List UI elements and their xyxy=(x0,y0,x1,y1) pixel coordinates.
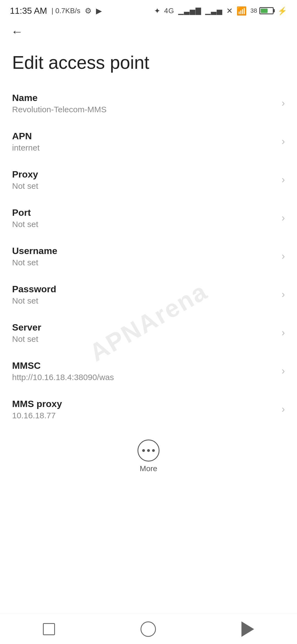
battery-fill xyxy=(261,9,268,13)
chevron-mms-proxy-icon: › xyxy=(282,403,285,415)
settings-value-apn: internet xyxy=(12,143,276,152)
chevron-port-icon: › xyxy=(282,212,285,224)
settings-item-proxy[interactable]: Proxy Not set › xyxy=(12,161,285,199)
status-time: 11:35 AM xyxy=(10,6,47,16)
dot-1 xyxy=(142,449,145,452)
chevron-username-icon: › xyxy=(282,250,285,262)
settings-item-apn-content: APN internet xyxy=(12,131,276,152)
settings-label-mmsc: MMSC xyxy=(12,360,276,371)
settings-value-mms-proxy: 10.16.18.77 xyxy=(12,411,276,420)
settings-item-name-content: Name Revolution-Telecom-MMS xyxy=(12,92,276,114)
page-title: Edit access point xyxy=(0,44,297,84)
settings-item-port-content: Port Not set xyxy=(12,207,276,229)
video-icon: ▶ xyxy=(96,6,102,15)
settings-item-password-content: Password Not set xyxy=(12,284,276,305)
settings-value-mmsc: http://10.16.18.4:38090/was xyxy=(12,373,276,382)
settings-item-mmsc[interactable]: MMSC http://10.16.18.4:38090/was › xyxy=(12,352,285,390)
charging-icon: ⚡ xyxy=(277,6,287,15)
settings-item-mms-proxy-content: MMS proxy 10.16.18.77 xyxy=(12,399,276,420)
header: ← xyxy=(0,19,297,44)
settings-icon: ⚙ xyxy=(85,6,92,15)
settings-label-proxy: Proxy xyxy=(12,169,276,180)
settings-item-apn[interactable]: APN internet › xyxy=(12,122,285,161)
nav-home-button[interactable] xyxy=(141,621,156,637)
chevron-server-icon: › xyxy=(282,327,285,339)
settings-label-apn: APN xyxy=(12,131,276,141)
settings-value-password: Not set xyxy=(12,296,276,305)
settings-item-server[interactable]: Server Not set › xyxy=(12,314,285,352)
chevron-name-icon: › xyxy=(282,97,285,109)
wifi-icon: 📶 xyxy=(237,6,247,16)
dot-2 xyxy=(147,449,150,452)
settings-item-server-content: Server Not set xyxy=(12,322,276,344)
chevron-proxy-icon: › xyxy=(282,174,285,185)
settings-item-name[interactable]: Name Revolution-Telecom-MMS › xyxy=(12,84,285,122)
more-button[interactable] xyxy=(138,440,160,462)
status-data-speed: | 0.7KB/s xyxy=(51,7,80,15)
back-button[interactable]: ← xyxy=(11,25,23,39)
chevron-apn-icon: › xyxy=(282,136,285,147)
settings-item-mmsc-content: MMSC http://10.16.18.4:38090/was xyxy=(12,360,276,382)
settings-item-username[interactable]: Username Not set › xyxy=(12,237,285,275)
settings-value-server: Not set xyxy=(12,334,276,344)
settings-value-name: Revolution-Telecom-MMS xyxy=(12,105,276,114)
chevron-password-icon: › xyxy=(282,289,285,300)
settings-item-password[interactable]: Password Not set › xyxy=(12,275,285,314)
status-bar: 11:35 AM | 0.7KB/s ⚙ ▶ ✦ 4G ▁▃▅▇ ▁▃▅ ✕ 📶… xyxy=(0,0,297,19)
battery-box xyxy=(259,7,274,14)
settings-value-port: Not set xyxy=(12,220,276,229)
settings-value-proxy: Not set xyxy=(12,181,276,191)
nav-bar xyxy=(0,614,297,644)
bluetooth-icon: ✦ xyxy=(154,6,160,15)
settings-label-server: Server xyxy=(12,322,276,333)
settings-list: Name Revolution-Telecom-MMS › APN intern… xyxy=(0,84,297,429)
settings-label-name: Name xyxy=(12,92,276,103)
signal-bars-icon: ▁▃▅▇ xyxy=(178,7,201,15)
settings-label-port: Port xyxy=(12,207,276,218)
settings-item-port[interactable]: Port Not set › xyxy=(12,199,285,237)
settings-item-proxy-content: Proxy Not set xyxy=(12,169,276,191)
settings-item-username-content: Username Not set xyxy=(12,245,276,267)
battery-percent: 38 xyxy=(251,7,257,14)
battery-container: 38 xyxy=(251,7,274,14)
dot-3 xyxy=(152,449,155,452)
nav-recent-button[interactable] xyxy=(43,623,55,635)
chevron-mmsc-icon: › xyxy=(282,365,285,377)
more-dots-icon xyxy=(142,449,155,452)
settings-label-username: Username xyxy=(12,245,276,256)
settings-item-mms-proxy[interactable]: MMS proxy 10.16.18.77 › xyxy=(12,390,285,429)
status-left: 11:35 AM | 0.7KB/s ⚙ ▶ xyxy=(10,6,102,16)
settings-label-mms-proxy: MMS proxy xyxy=(12,399,276,409)
settings-value-username: Not set xyxy=(12,258,276,267)
nav-back-button[interactable] xyxy=(241,621,254,637)
signal-4g-icon: 4G xyxy=(164,7,174,15)
status-right: ✦ 4G ▁▃▅▇ ▁▃▅ ✕ 📶 38 ⚡ xyxy=(154,6,287,16)
more-label: More xyxy=(140,464,157,473)
signal-bars-2-icon: ▁▃▅ xyxy=(205,7,222,15)
settings-label-password: Password xyxy=(12,284,276,294)
more-section: More xyxy=(0,431,297,479)
signal-x-icon: ✕ xyxy=(226,6,233,15)
